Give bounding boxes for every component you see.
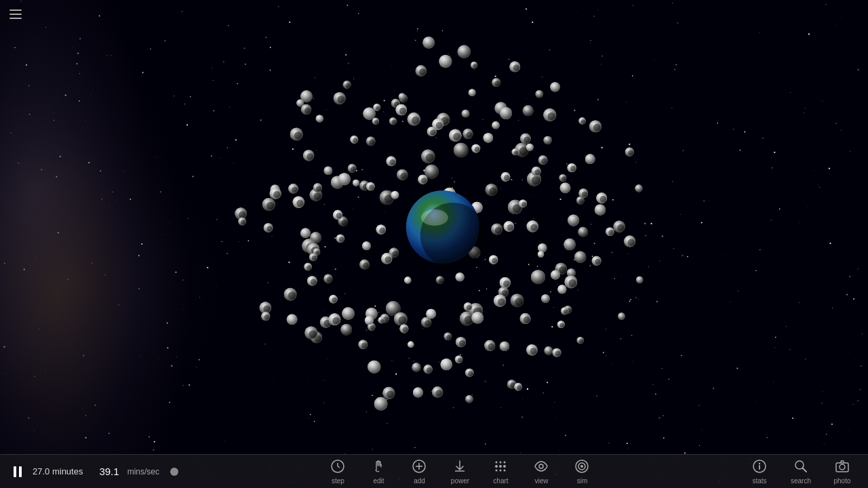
svg-point-83 (466, 131, 472, 138)
svg-point-257 (288, 184, 298, 194)
svg-point-434 (350, 136, 358, 144)
tool-button-step[interactable]: step (317, 456, 358, 487)
svg-point-366 (532, 167, 541, 176)
svg-point-461 (443, 188, 456, 200)
svg-point-328 (513, 64, 519, 70)
svg-point-132 (351, 167, 356, 172)
svg-point-347 (363, 107, 375, 119)
speed-slider[interactable] (170, 468, 178, 476)
svg-point-18 (386, 301, 401, 316)
svg-point-516 (436, 122, 443, 129)
step-label: step (332, 477, 344, 485)
svg-point-476 (293, 196, 304, 207)
sim-icon (574, 459, 589, 476)
add-label: add (414, 477, 425, 485)
svg-point-420 (373, 104, 380, 111)
svg-point-415 (353, 180, 359, 186)
svg-point-231 (320, 317, 332, 328)
tool-button-photo[interactable]: photo (822, 456, 863, 487)
svg-point-299 (261, 312, 270, 321)
svg-point-307 (324, 166, 333, 175)
svg-point-389 (538, 243, 547, 252)
svg-point-544 (504, 461, 506, 463)
svg-point-48 (310, 188, 323, 201)
svg-point-94 (492, 78, 500, 87)
svg-point-469 (570, 166, 576, 171)
svg-point-203 (618, 312, 625, 319)
svg-point-474 (408, 342, 414, 348)
svg-point-32 (340, 324, 352, 336)
svg-point-439 (484, 133, 493, 142)
svg-point-30 (465, 316, 473, 325)
svg-point-289 (399, 93, 406, 100)
tool-button-sim[interactable]: sim (561, 456, 602, 487)
svg-point-457 (381, 253, 392, 264)
svg-point-321 (595, 204, 606, 215)
tool-button-edit[interactable]: edit (358, 456, 399, 487)
svg-point-359 (413, 387, 423, 397)
svg-point-487 (557, 285, 566, 293)
svg-point-382 (514, 150, 518, 155)
svg-point-36 (523, 105, 534, 116)
toolbar-center: step edit add power chart view sim (186, 456, 734, 487)
svg-point-148 (465, 395, 473, 403)
svg-point-384 (469, 89, 476, 96)
svg-point-388 (492, 121, 499, 129)
svg-point-519 (475, 146, 480, 152)
svg-point-124 (398, 317, 406, 325)
svg-point-383 (469, 89, 476, 96)
svg-point-345 (517, 385, 521, 390)
scene-container (0, 0, 868, 454)
svg-point-462 (439, 254, 448, 264)
svg-point-438 (599, 196, 606, 203)
hamburger-menu[interactable] (9, 9, 22, 19)
svg-point-163 (304, 327, 317, 340)
svg-point-129 (536, 90, 543, 98)
tool-button-stats[interactable]: stats (739, 456, 780, 487)
svg-point-202 (618, 312, 625, 319)
pause-button[interactable] (8, 462, 27, 481)
toolbar-right: stats search photo (734, 456, 868, 487)
svg-point-53 (363, 184, 369, 190)
svg-point-191 (538, 155, 548, 165)
svg-point-528 (462, 230, 470, 238)
svg-point-477 (296, 200, 303, 207)
svg-point-481 (395, 104, 407, 116)
tool-button-search[interactable]: search (780, 456, 822, 487)
toolbar-left: 27.0 minutes 39.1 mins/sec (0, 462, 186, 481)
tool-button-chart[interactable]: chart (480, 456, 521, 487)
add-icon (412, 459, 427, 476)
svg-point-486 (557, 285, 566, 293)
svg-point-405 (270, 188, 281, 199)
svg-point-19 (555, 263, 567, 274)
toolbar: 27.0 minutes 39.1 mins/sec step edit add… (0, 454, 868, 488)
svg-point-86 (426, 154, 434, 162)
tool-button-view[interactable]: view (521, 456, 561, 487)
svg-point-320 (595, 204, 606, 215)
svg-point-449 (387, 157, 397, 167)
svg-point-480 (395, 104, 407, 116)
edit-label: edit (373, 477, 384, 485)
svg-point-96 (507, 380, 516, 388)
svg-point-128 (536, 90, 543, 98)
svg-point-152 (559, 174, 566, 182)
tool-button-power[interactable]: power (439, 456, 480, 487)
svg-point-5 (338, 216, 348, 226)
svg-point-488 (404, 277, 411, 283)
svg-point-527 (462, 230, 470, 238)
svg-point-256 (288, 184, 298, 194)
svg-point-314 (468, 371, 473, 375)
svg-point-523 (489, 255, 498, 264)
power-icon (452, 459, 467, 476)
svg-point-278 (541, 294, 550, 303)
power-label: power (451, 477, 469, 485)
svg-point-34 (454, 143, 468, 157)
svg-point-435 (353, 138, 357, 143)
svg-point-422 (307, 276, 317, 285)
svg-point-540 (499, 465, 502, 468)
tool-button-add[interactable]: add (399, 456, 439, 487)
svg-point-260 (303, 150, 314, 161)
svg-point-9 (486, 184, 498, 196)
svg-point-450 (387, 157, 397, 167)
svg-point-279 (541, 294, 550, 303)
